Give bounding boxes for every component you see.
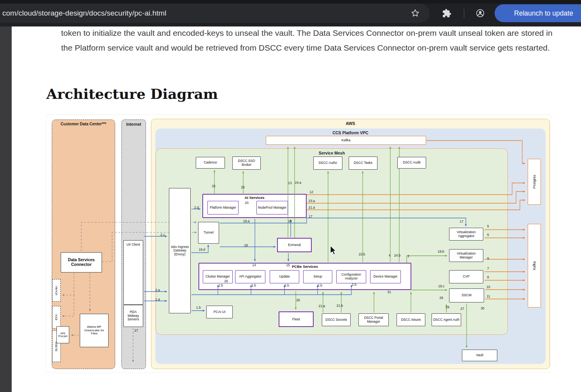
- group-pcbe-services-label: PCBe Services: [199, 264, 411, 269]
- node-esxi: ESXi: [52, 306, 61, 329]
- mouse-cursor: [330, 245, 339, 256]
- node-dscc-issues: DSCC Issues: [397, 313, 425, 326]
- node-configuration-analyzer: Configuration Analyzer: [336, 270, 366, 283]
- edge-label: 2.a: [155, 288, 160, 292]
- edge-label: 12: [309, 190, 313, 194]
- edge-label: 2.b: [352, 283, 356, 287]
- node-istio-ingress-gateway: Istio Ingress Gateway (Envoy): [169, 188, 191, 313]
- edge-label: 1.b: [196, 306, 201, 309]
- edge-label: 31: [387, 290, 391, 294]
- node-kafka-right-label: Kafka: [532, 261, 536, 270]
- node-vcenter-label: vCenter: [55, 286, 58, 295]
- edge-label: 30: [481, 306, 484, 310]
- extensions-puzzle-icon[interactable]: [442, 8, 452, 18]
- edge-label: 8: [487, 275, 489, 279]
- container-aws-label: AWS: [151, 121, 549, 126]
- edge-label: 2.b: [318, 283, 322, 287]
- node-nodepool-manager: NodePool Manager: [256, 201, 288, 214]
- edge-label: 21.a: [309, 206, 315, 209]
- node-dscc-portal-manager: DSCC Portal Manager: [358, 313, 389, 326]
- node-vault: Vault: [462, 350, 497, 361]
- edge-label: 2.c: [160, 233, 165, 237]
- page-title: Architecture Diagram: [46, 86, 218, 102]
- bookmark-star-icon[interactable]: [410, 8, 420, 18]
- edge-label: 28: [446, 305, 449, 309]
- node-update: Update: [270, 270, 299, 283]
- edge-label: 1.a: [155, 297, 160, 301]
- edge-label: 26: [296, 298, 300, 302]
- container-service-mesh-label: Service Mesh: [156, 151, 507, 155]
- edge-label: 19.a: [243, 219, 250, 223]
- edge-label: 17: [460, 220, 463, 223]
- container-ccs-platform-vpc-label: CCS Platform VPC: [155, 130, 546, 135]
- node-dscc-audit: DSCC Audit: [397, 157, 426, 169]
- node-dscc-tasks: DSCC Tasks: [349, 156, 377, 170]
- edge-label: 13: [288, 181, 291, 185]
- group-ai-services-label: AI Services: [203, 195, 306, 200]
- edge-label: 27: [134, 329, 138, 332]
- url-text: com/cloud/storage-design/docs/security/p…: [2, 9, 166, 18]
- node-cadence: Cadence: [196, 157, 225, 169]
- container-internet-label: Internet: [122, 122, 146, 127]
- edge-label: 6: [487, 233, 489, 237]
- node-cvp: CVP: [449, 270, 483, 283]
- browser-chrome: com/cloud/storage-design/docs/security/p…: [0, 0, 581, 26]
- node-dscc-authz: DSCC Authz: [313, 156, 342, 170]
- node-cluster-manager: Cluster Manager: [203, 270, 233, 283]
- edge-label: 10: [486, 285, 490, 289]
- edge-label: 29: [439, 296, 443, 300]
- node-vcenter: vCenter: [52, 279, 61, 302]
- node-kafka-right: Kafka: [528, 224, 541, 308]
- edge-label: 4: [389, 253, 391, 257]
- node-ui-client: UI/ Client: [123, 240, 143, 305]
- edge-label: 32: [212, 184, 215, 188]
- node-device-manager: Device Manager: [370, 270, 401, 283]
- edge-label: 5: [487, 224, 489, 228]
- edge-label: 21.a: [319, 304, 325, 308]
- node-postgres: Postgres: [528, 159, 541, 205]
- node-postgres-label: Postgres: [532, 175, 536, 189]
- edge-label: 7: [487, 267, 489, 271]
- node-esxi-label: ESXi: [55, 314, 58, 320]
- node-ezmeral: Ezmeral: [277, 238, 312, 252]
- edge-label: 20: [245, 201, 248, 205]
- node-dscm: DSCM: [449, 288, 484, 302]
- node-kafka-top: Kafka: [266, 136, 426, 145]
- edge-label: 2.b: [251, 283, 256, 287]
- edge-label: 17: [309, 214, 312, 218]
- edge-label: 19.c: [438, 284, 444, 288]
- node-fleet: Fleet: [279, 311, 314, 327]
- container-customer-data-center-label: Customer Data Center***: [52, 122, 115, 126]
- node-dscc-agent-auth: DSCC Agent Auth: [432, 313, 461, 326]
- edge-label: 2.b: [284, 283, 289, 287]
- node-setup: Setup: [303, 270, 332, 283]
- edge-label: 14: [252, 263, 256, 267]
- edge-label: 2.b: [218, 283, 223, 287]
- relaunch-to-update-button[interactable]: Relaunch to update: [495, 4, 581, 22]
- edge-label: 27: [460, 307, 464, 311]
- node-virtualization-manager: Virtualization Manager: [449, 249, 483, 262]
- edge-label: 24.b: [394, 253, 401, 257]
- edge-label: 23.a: [309, 199, 315, 203]
- node-dscc-sso-broker: DSCC SSO Broker: [232, 156, 261, 170]
- chrome-divider: [464, 9, 464, 18]
- edge-label: 22.b: [359, 252, 365, 256]
- profile-icon[interactable]: [475, 8, 485, 18]
- node-alletra-mp-greenlake: Alletra MP GreenLake for Files: [80, 314, 109, 347]
- browser-tab-strip: [0, 0, 581, 4]
- edge-label: 25: [241, 185, 244, 189]
- window-edge-strip: [0, 26, 12, 392]
- edge-label: 15: [286, 263, 290, 267]
- node-tunnel: Tunnel: [198, 222, 219, 244]
- address-bar[interactable]: com/cloud/storage-design/docs/security/p…: [0, 4, 430, 23]
- edge-label: 11: [487, 294, 490, 298]
- screen: com/cloud/storage-design/docs/security/p…: [0, 0, 581, 392]
- edge-label: 3: [407, 254, 409, 258]
- edge-label: 19.b: [438, 250, 444, 253]
- node-rda-midway-servers: RDA Midway Servers: [123, 305, 143, 327]
- node-api-aggregator: API Aggregator: [235, 270, 265, 283]
- node-pcai-ui: PCAI UI: [206, 306, 233, 318]
- node-platform-manager: Platform Manager: [207, 201, 239, 214]
- edge-label: 26: [224, 279, 228, 283]
- node-data-services-connector: Data Services Connector: [61, 252, 102, 272]
